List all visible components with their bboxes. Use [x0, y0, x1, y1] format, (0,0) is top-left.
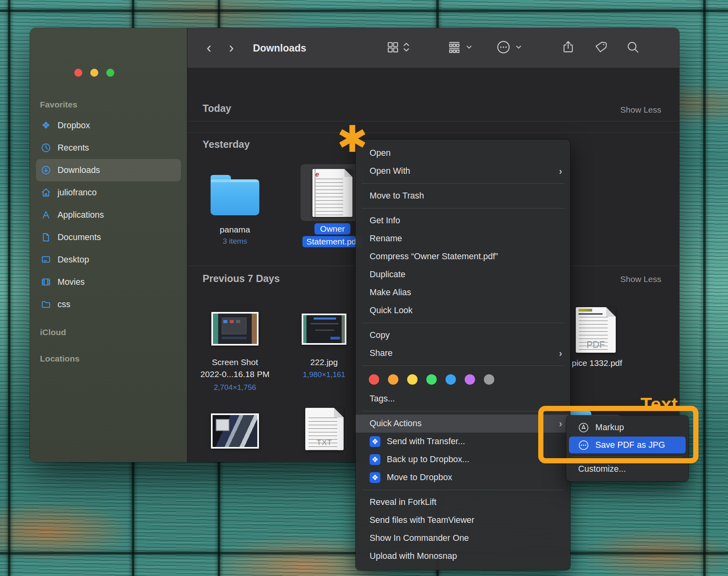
menu-item-duplicate[interactable]: Duplicate: [356, 266, 570, 284]
home-icon: [41, 187, 51, 198]
menu-item-rename[interactable]: Rename: [356, 230, 570, 248]
sidebar-section-favorites: Favorites: [30, 95, 187, 114]
txt-thumbnail: TXT: [305, 408, 344, 450]
document-icon: [41, 232, 51, 242]
sidebar-item-home[interactable]: juliofranco: [36, 181, 181, 204]
filename-line2: Statement.pdf: [302, 236, 362, 247]
menu-item-quick-look[interactable]: Quick Look: [356, 302, 570, 320]
image-thumbnail: [302, 314, 346, 345]
tag-red[interactable]: [369, 374, 379, 385]
section-header-yesterday: Yesterday: [203, 139, 250, 150]
film-icon: [41, 277, 51, 287]
share-icon[interactable]: [561, 40, 575, 56]
menu-item-make-alias[interactable]: Make Alias: [356, 284, 570, 302]
tag-color-row: [356, 369, 570, 390]
window-controls: [74, 69, 114, 77]
chevron-down-icon: [515, 43, 523, 53]
page-fold: [344, 169, 352, 177]
tag-gray[interactable]: [484, 374, 494, 385]
menu-item-reveal-in-forklift[interactable]: Reveal in ForkLift: [356, 493, 570, 511]
sidebar-section-locations: Locations: [30, 349, 187, 368]
menu-separator: [362, 490, 564, 490]
tag-green[interactable]: [426, 374, 437, 385]
sidebar-section-icloud: iCloud: [30, 323, 187, 342]
folder-icon: [41, 299, 51, 310]
show-less-today[interactable]: Show Less: [620, 105, 661, 115]
menu-item-upload-with-monosnap[interactable]: Upload with Monosnap: [356, 547, 570, 565]
tag-blue[interactable]: [446, 374, 456, 385]
view-stepper-icon[interactable]: [402, 40, 411, 56]
context-menu: Open Open With› Move to Trash Get Info R…: [356, 139, 570, 570]
sidebar-item-recents[interactable]: Recents: [36, 137, 181, 159]
sidebar-item-documents[interactable]: Documents: [36, 226, 181, 248]
folder-icon: [211, 179, 259, 215]
menu-item-send-files-with-teamviewer[interactable]: Send files with TeamViewer: [356, 511, 570, 529]
chevron-down-icon: [465, 43, 473, 53]
show-less-previous[interactable]: Show Less: [620, 274, 661, 284]
menu-separator: [362, 365, 564, 366]
dropbox-icon: ❖: [370, 454, 380, 465]
menu-separator: [362, 208, 564, 209]
sidebar-item-downloads[interactable]: Downloads: [36, 159, 181, 181]
menu-item-move-to-dropbox[interactable]: ❖Move to Dropbox: [356, 469, 570, 487]
menu-item-copy[interactable]: Copy: [356, 326, 570, 344]
page-fold: [606, 307, 616, 317]
dropbox-icon: ❖: [41, 120, 51, 131]
window-title: Downloads: [253, 42, 306, 54]
toolbar: ‹ › Downloads: [187, 28, 679, 68]
tag-yellow[interactable]: [407, 374, 418, 385]
menu-item-show-in-commander-one[interactable]: Show In Commander One: [356, 529, 570, 547]
image-thumbnail: [211, 312, 259, 346]
menu-item-open-with[interactable]: Open With›: [356, 162, 570, 180]
menu-separator: [362, 183, 564, 184]
dropbox-icon: ❖: [370, 472, 380, 483]
filename-line1: Owner: [314, 223, 350, 234]
tag-purple[interactable]: [465, 374, 475, 385]
annotation-asterisk: ✱: [337, 121, 368, 157]
minimize-button[interactable]: [90, 69, 98, 77]
section-header-today: Today: [203, 103, 231, 114]
forward-button[interactable]: ›: [229, 41, 234, 55]
page-fold: [334, 408, 344, 417]
menu-item-compress[interactable]: Compress “Owner Statement.pdf”: [356, 248, 570, 266]
section-header-previous: Previous 7 Days: [203, 273, 280, 284]
sidebar-item-css[interactable]: css: [36, 293, 181, 316]
sidebar-item-applications[interactable]: Applications: [36, 204, 181, 226]
sidebar-item-movies[interactable]: Movies: [36, 271, 181, 293]
finder-window: Favorites ❖ Dropbox Recents Downloads: [30, 28, 679, 462]
clock-icon: [41, 143, 51, 153]
appstore-icon: [41, 210, 51, 220]
search-icon[interactable]: [626, 40, 640, 56]
desktop-icon: [41, 254, 51, 265]
dropbox-icon: ❖: [370, 436, 380, 447]
menu-item-move-to-trash[interactable]: Move to Trash: [356, 187, 570, 205]
pdf-thumbnail: e: [312, 169, 352, 217]
pdf-thumbnail: PDF: [576, 307, 616, 353]
menu-item-tags[interactable]: Tags...: [356, 390, 570, 408]
submenu-chevron-icon: ›: [559, 348, 562, 359]
submenu-chevron-icon: ›: [559, 166, 562, 177]
desktop: Favorites ❖ Dropbox Recents Downloads: [0, 0, 728, 576]
tag-icon[interactable]: [594, 40, 608, 56]
group-by-icon[interactable]: [447, 40, 462, 56]
menu-item-open[interactable]: Open: [356, 144, 570, 162]
sidebar-item-desktop[interactable]: Desktop: [36, 248, 181, 271]
menu-separator: [362, 323, 564, 323]
menu-separator: [362, 411, 564, 411]
close-button[interactable]: [74, 69, 82, 77]
download-circle-icon: [41, 165, 51, 175]
image-thumbnail: [211, 413, 259, 449]
more-actions-icon[interactable]: [495, 39, 511, 57]
menu-item-get-info[interactable]: Get Info: [356, 212, 570, 230]
zoom-button[interactable]: [106, 69, 114, 77]
back-button[interactable]: ‹: [207, 41, 211, 55]
tag-orange[interactable]: [388, 374, 398, 385]
icon-view-icon[interactable]: [386, 40, 400, 56]
sidebar: Favorites ❖ Dropbox Recents Downloads: [30, 28, 187, 462]
annotation-rectangle: [538, 406, 698, 463]
menu-item-share[interactable]: Share›: [356, 344, 570, 362]
sidebar-item-dropbox[interactable]: ❖ Dropbox: [36, 114, 181, 137]
